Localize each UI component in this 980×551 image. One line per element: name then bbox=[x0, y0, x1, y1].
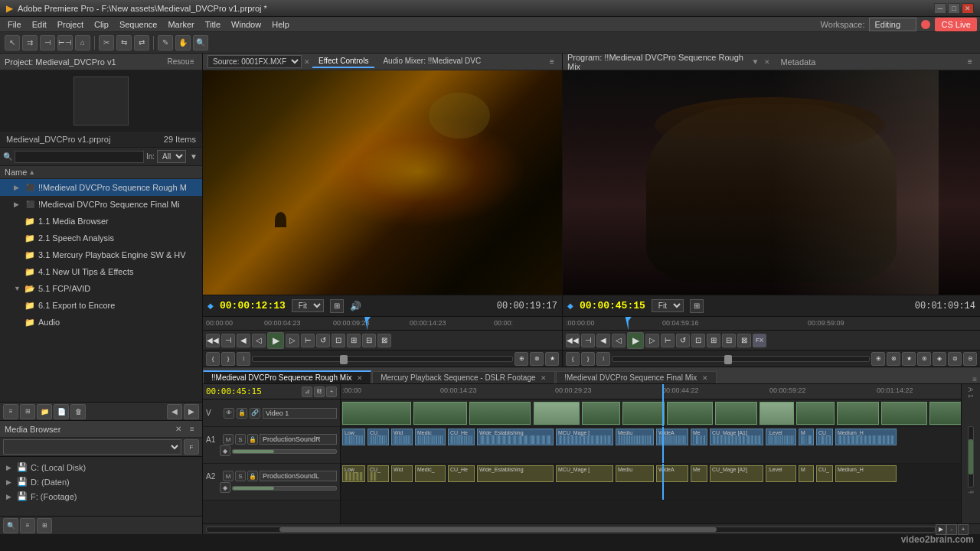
audio-2-solo[interactable]: S bbox=[235, 471, 246, 481]
audio2-clip-12[interactable]: :Level bbox=[766, 465, 796, 482]
tree-item-export[interactable]: 📁 6.1 Export to Encore bbox=[0, 297, 202, 314]
source-mark-out-btn[interactable]: } bbox=[221, 352, 235, 366]
audio1-clip-13[interactable]: M bbox=[799, 429, 814, 445]
new-bin-button[interactable]: 📁 bbox=[37, 404, 52, 419]
video-clip-1[interactable] bbox=[342, 402, 411, 425]
audio-2-keyframe[interactable]: ◆ bbox=[220, 482, 230, 493]
search-options-button[interactable]: ▼ bbox=[188, 152, 199, 162]
effect-controls-tab[interactable]: Effect Controls bbox=[312, 55, 374, 68]
audio-2-lock[interactable]: 🔒 bbox=[247, 471, 258, 481]
menu-file[interactable]: File bbox=[3, 18, 26, 31]
program-play-button[interactable]: ▶ bbox=[627, 332, 644, 349]
audio1-clip-2[interactable]: CU_ bbox=[368, 429, 389, 445]
menu-window[interactable]: Window bbox=[227, 18, 266, 31]
rate-stretch-button[interactable]: ⌂ bbox=[75, 35, 90, 51]
video-sync-button[interactable]: 🔗 bbox=[250, 408, 260, 419]
source-mark-clip[interactable]: ↕ bbox=[237, 352, 250, 366]
video-clip-8[interactable] bbox=[715, 402, 757, 425]
prev-page-button[interactable]: ◀ bbox=[167, 404, 182, 419]
timeline-tab-3-close[interactable]: ✕ bbox=[702, 374, 708, 382]
audio2-clip-5[interactable]: CU_He bbox=[448, 465, 475, 482]
video-clip-13[interactable] bbox=[929, 402, 961, 425]
program-jog-bar[interactable] bbox=[612, 356, 870, 362]
program-safe-zones-button[interactable]: ⊞ bbox=[690, 299, 704, 313]
menu-sequence[interactable]: Sequence bbox=[115, 18, 162, 31]
program-timecode-current[interactable]: 00:00:45:15 bbox=[580, 300, 645, 311]
new-item-button[interactable]: 📄 bbox=[54, 404, 69, 419]
audio1-clip-1[interactable]: Low_ bbox=[342, 429, 365, 445]
project-panel-menu[interactable]: ≡ bbox=[187, 57, 198, 67]
video-clip-12[interactable] bbox=[881, 402, 927, 425]
program-timeline-ruler[interactable]: :00:00:00 00:04:59:16 00:09:59:09 bbox=[563, 316, 980, 330]
media-list-toggle[interactable]: F bbox=[184, 439, 199, 455]
source-step-back-frame[interactable]: ◀◀ bbox=[206, 334, 220, 347]
audio1-clip-3[interactable]: Wid bbox=[391, 429, 413, 445]
timeline-tab-2[interactable]: Mercury Playback Sequence - DSLR Footage… bbox=[372, 371, 555, 383]
in-dropdown[interactable]: All bbox=[157, 150, 186, 163]
program-dropdown-icon[interactable]: ▼ bbox=[752, 57, 760, 66]
link-toggle[interactable]: ⛓ bbox=[314, 386, 325, 397]
program-close-icon[interactable]: ✕ bbox=[764, 58, 770, 66]
program-step-back[interactable]: ◀ bbox=[596, 334, 610, 347]
audio2-clip-1[interactable]: Low_ bbox=[342, 465, 365, 482]
media-path-dropdown[interactable] bbox=[3, 439, 181, 455]
audio2-clip-9[interactable]: WideA bbox=[656, 465, 688, 482]
program-extra-6[interactable]: ⊜ bbox=[948, 352, 962, 366]
timeline-scroll-track[interactable] bbox=[206, 527, 936, 533]
video-clip-3[interactable] bbox=[469, 402, 531, 425]
audio1-clip-15[interactable]: Medium_H bbox=[835, 429, 897, 445]
audio1-clip-9[interactable]: WideA bbox=[656, 429, 688, 445]
video-clip-10[interactable] bbox=[796, 402, 835, 425]
video-clip-5[interactable] bbox=[582, 402, 620, 425]
timeline-main-ruler[interactable]: :00:00 00:00:14:23 00:00:29:23 00:00:44:… bbox=[341, 384, 961, 399]
list-view-button[interactable]: ≡ bbox=[3, 404, 18, 419]
timeline-scroll-thumb[interactable] bbox=[279, 527, 717, 532]
razor-tool-button[interactable]: ✂ bbox=[99, 35, 114, 51]
add-track-button[interactable]: + bbox=[326, 386, 337, 397]
zoom-in-button[interactable]: + bbox=[958, 524, 969, 535]
tree-item-new-ui[interactable]: 📁 4.1 New UI Tips & Effects bbox=[0, 263, 202, 280]
program-extra-1[interactable]: ⊕ bbox=[871, 352, 885, 366]
tree-item-speech-analysis[interactable]: 📁 2.1 Speech Analysis bbox=[0, 230, 202, 246]
slide-tool-button[interactable]: ⇄ bbox=[134, 35, 149, 51]
program-extra-2[interactable]: ⊗ bbox=[887, 352, 900, 366]
source-lift-button[interactable]: ⊠ bbox=[377, 334, 391, 347]
source-loop-button[interactable]: ↺ bbox=[316, 334, 330, 347]
program-mark-in-btn[interactable]: { bbox=[566, 352, 580, 366]
media-browser-menu[interactable]: ≡ bbox=[187, 424, 198, 435]
program-safe-toggle[interactable]: ⊡ bbox=[691, 334, 705, 347]
timeline-panel-menu[interactable]: ≡ bbox=[972, 375, 977, 383]
menu-clip[interactable]: Clip bbox=[90, 18, 113, 31]
source-overwrite-button[interactable]: ⊟ bbox=[362, 334, 376, 347]
program-loop-button[interactable]: ↺ bbox=[676, 334, 690, 347]
rolling-edit-button[interactable]: ⊢⊣ bbox=[57, 35, 73, 51]
source-fit-dropdown[interactable]: Fit bbox=[292, 299, 324, 312]
audio-2-volume-bar[interactable] bbox=[232, 486, 337, 491]
audio-mixer-tab[interactable]: Audio Mixer: !!Medieval DVC bbox=[377, 55, 487, 68]
minimize-button[interactable]: ─ bbox=[934, 3, 946, 14]
audio2-clip-13[interactable]: M bbox=[799, 465, 814, 482]
audio1-clip-6[interactable]: Wide_Establishing bbox=[477, 429, 554, 445]
audio-1-solo[interactable]: S bbox=[235, 434, 246, 445]
zoom-tool-button[interactable]: 🔍 bbox=[193, 35, 208, 51]
timeline-tab-2-close[interactable]: ✕ bbox=[541, 374, 547, 382]
program-mark-out-btn[interactable]: } bbox=[581, 352, 595, 366]
source-play-reverse[interactable]: ◁ bbox=[252, 334, 266, 347]
source-safe-toggle[interactable]: ⊡ bbox=[332, 334, 345, 347]
video-lock-button[interactable]: 🔒 bbox=[237, 408, 247, 419]
track-select-button[interactable]: ⇉ bbox=[22, 35, 38, 51]
program-mark-icon[interactable]: ◆ bbox=[567, 302, 573, 310]
audio-1-volume-bar[interactable] bbox=[232, 449, 337, 454]
tree-item-sequence-2[interactable]: ▶ ⬛ !Medieval DVCPro Sequence Final Mi bbox=[0, 196, 202, 213]
source-extra-1[interactable]: ⊕ bbox=[514, 352, 528, 366]
menu-edit[interactable]: Edit bbox=[28, 18, 51, 31]
source-timecode-current[interactable]: 00:00:12:13 bbox=[220, 300, 286, 311]
next-page-button[interactable]: ▶ bbox=[184, 404, 199, 419]
program-step-forward[interactable]: ▷ bbox=[645, 334, 659, 347]
program-trim-button[interactable]: ⊠ bbox=[737, 334, 751, 347]
menu-title[interactable]: Title bbox=[201, 18, 225, 31]
gain-slider[interactable] bbox=[968, 426, 974, 487]
video-clip-6[interactable] bbox=[622, 402, 665, 425]
program-fit-dropdown[interactable]: Fit bbox=[652, 299, 684, 312]
close-button[interactable]: ✕ bbox=[962, 3, 974, 14]
